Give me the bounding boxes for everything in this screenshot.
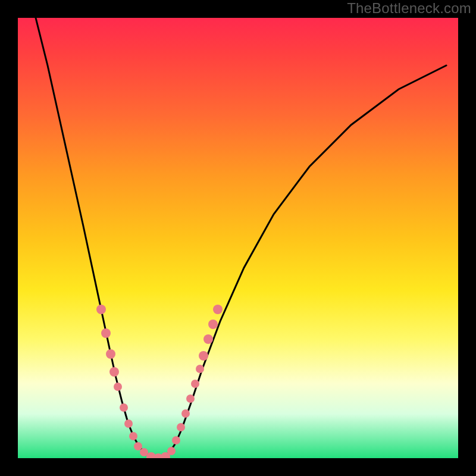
highlight-dot: [134, 442, 142, 450]
highlight-dots: [96, 305, 223, 458]
highlight-dot: [186, 394, 195, 403]
watermark-text: TheBottleneck.com: [347, 0, 471, 17]
highlight-dot: [172, 436, 180, 444]
chart-frame: TheBottleneck.com: [0, 0, 476, 476]
highlight-dot: [181, 409, 190, 418]
highlight-dot: [196, 365, 204, 373]
highlight-dot: [109, 367, 119, 377]
bottleneck-curve: [36, 18, 446, 458]
curve-layer: [18, 18, 458, 458]
highlight-dot: [124, 419, 133, 428]
highlight-dot: [106, 349, 115, 359]
highlight-dot: [129, 432, 137, 440]
highlight-dot: [199, 351, 208, 361]
highlight-dot: [114, 383, 122, 391]
highlight-dot: [96, 305, 106, 314]
plot-area: [18, 18, 458, 458]
highlight-dot: [203, 334, 213, 344]
highlight-dot: [101, 328, 111, 338]
highlight-dot: [213, 305, 223, 314]
highlight-dot: [167, 447, 176, 455]
highlight-dot: [191, 380, 199, 388]
highlight-dot: [120, 403, 128, 412]
highlight-dot: [177, 423, 185, 431]
highlight-dot: [208, 320, 218, 329]
